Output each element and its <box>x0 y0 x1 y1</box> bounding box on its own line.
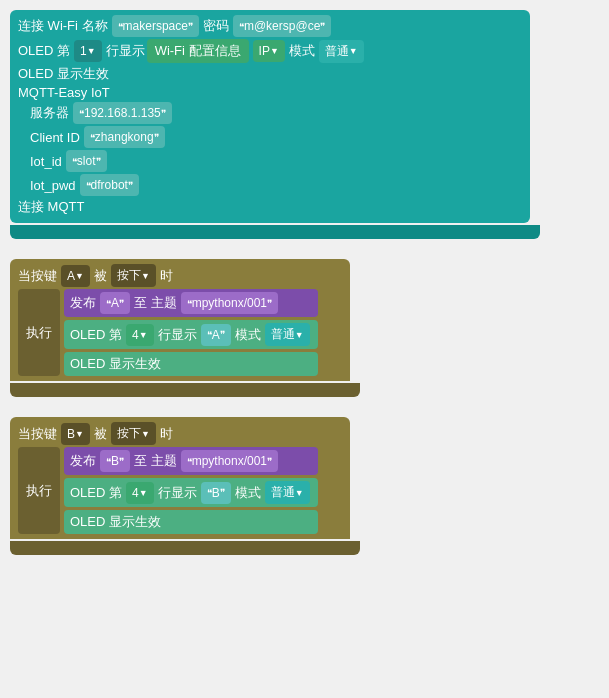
mode-val-a[interactable]: 普通 <box>265 323 310 346</box>
oled-label-b: OLED 第 <box>70 484 122 502</box>
topic-a: mpythonx/001 <box>181 292 278 314</box>
mode-dropdown[interactable]: 普通 <box>319 40 364 63</box>
event-b-header-row: 当按键 B 被 按下 时 <box>18 422 342 445</box>
iot-pwd-val: dfrobot <box>80 174 139 196</box>
action-a-dropdown[interactable]: 按下 <box>111 264 156 287</box>
key-b-dropdown[interactable]: B <box>61 423 90 445</box>
action-b-dropdown[interactable]: 按下 <box>111 422 156 445</box>
exec-label-b: 执行 <box>18 447 60 534</box>
wifi-row: 连接 Wi-Fi 名称 makerspace 密码 m@kersp@ce <box>18 15 522 37</box>
oled-row-b: OLED 第 4 行显示 B 模式 普通 <box>64 478 318 507</box>
oled-label: OLED 第 <box>18 42 70 60</box>
connect-mqtt-row: 连接 MQTT <box>18 198 522 216</box>
mode-label-b: 模式 <box>235 484 261 502</box>
event-a-bottom-cap <box>10 383 360 397</box>
iot-pwd-row: Iot_pwd dfrobot <box>18 174 522 196</box>
ssid-value: makerspace <box>112 15 199 37</box>
oled-effect-label: OLED 显示生效 <box>18 65 109 83</box>
oled-display-label: 行显示 <box>106 42 145 60</box>
publish-val-a: A <box>100 292 130 314</box>
oled-row-num-a[interactable]: 4 <box>126 324 154 346</box>
oled-effect-a: OLED 显示生效 <box>64 352 318 376</box>
oled-row: OLED 第 1 行显示 Wi-Fi 配置信息 IP 模式 普通 <box>18 39 522 63</box>
iot-id-label: Iot_id <box>30 154 62 169</box>
ip-dropdown[interactable]: IP <box>253 40 285 62</box>
publish-row-b: 发布 B 至 主题 mpythonx/001 <box>64 447 318 475</box>
exec-label-a: 执行 <box>18 289 60 376</box>
exec-a-row: 执行 发布 A 至 主题 mpythonx/001 OLED 第 4 行显示 A… <box>18 289 342 376</box>
topic-b: mpythonx/001 <box>181 450 278 472</box>
wifi-info-btn: Wi-Fi 配置信息 <box>147 39 249 63</box>
publish-label-a: 发布 <box>70 294 96 312</box>
row-display-a: 行显示 <box>158 326 197 344</box>
event-b-bottom-cap <box>10 541 360 555</box>
oled-effect-label-b: OLED 显示生效 <box>70 514 161 529</box>
pwd-label: 密码 <box>203 17 229 35</box>
server-val: 192.168.1.135 <box>73 102 172 124</box>
mqtt-header-row: MQTT-Easy IoT <box>18 85 522 100</box>
group1-bottom-cap <box>10 225 540 239</box>
clientid-val: zhangkong <box>84 126 165 148</box>
oled-row-dropdown[interactable]: 1 <box>74 40 102 62</box>
pressed-label-a: 被 <box>94 267 107 285</box>
pwd-value: m@kersp@ce <box>233 15 331 37</box>
to-label-a: 至 主题 <box>134 294 177 312</box>
oled-effect-row: OLED 显示生效 <box>18 65 522 83</box>
publish-label-b: 发布 <box>70 452 96 470</box>
wifi-label: 连接 Wi-Fi 名称 <box>18 17 108 35</box>
oled-val-b: B <box>201 482 231 504</box>
iot-pwd-label: Iot_pwd <box>30 178 76 193</box>
exec-b-row: 执行 发布 B 至 主题 mpythonx/001 OLED 第 4 行显示 B… <box>18 447 342 534</box>
connect-mqtt-label: 连接 MQTT <box>18 198 84 216</box>
mqtt-header-label: MQTT-Easy IoT <box>18 85 110 100</box>
iot-id-val: slot <box>66 150 107 172</box>
time-label-a: 时 <box>160 267 173 285</box>
iot-id-row: Iot_id slot <box>18 150 522 172</box>
to-label-b: 至 主题 <box>134 452 177 470</box>
when-label-a: 当按键 <box>18 267 57 285</box>
oled-row-a: OLED 第 4 行显示 A 模式 普通 <box>64 320 318 349</box>
when-label-b: 当按键 <box>18 425 57 443</box>
clientid-row: Client ID zhangkong <box>18 126 522 148</box>
oled-val-a: A <box>201 324 231 346</box>
row-display-b: 行显示 <box>158 484 197 502</box>
mode-val-b[interactable]: 普通 <box>265 481 310 504</box>
event-b-block: 当按键 B 被 按下 时 执行 发布 B 至 主题 mpythonx/001 O… <box>10 417 599 555</box>
key-a-dropdown[interactable]: A <box>61 265 90 287</box>
mode-label-a: 模式 <box>235 326 261 344</box>
event-a-block: 当按键 A 被 按下 时 执行 发布 A 至 主题 mpythonx/001 O… <box>10 259 599 397</box>
server-row: 服务器 192.168.1.135 <box>18 102 522 124</box>
oled-label-a: OLED 第 <box>70 326 122 344</box>
group1-block: 连接 Wi-Fi 名称 makerspace 密码 m@kersp@ce OLE… <box>10 10 599 239</box>
exec-content-a: 发布 A 至 主题 mpythonx/001 OLED 第 4 行显示 A 模式… <box>64 289 318 376</box>
pressed-label-b: 被 <box>94 425 107 443</box>
clientid-label: Client ID <box>30 130 80 145</box>
oled-effect-b: OLED 显示生效 <box>64 510 318 534</box>
publish-row-a: 发布 A 至 主题 mpythonx/001 <box>64 289 318 317</box>
publish-val-b: B <box>100 450 130 472</box>
oled-effect-label-a: OLED 显示生效 <box>70 356 161 371</box>
mode-label: 模式 <box>289 42 315 60</box>
exec-content-b: 发布 B 至 主题 mpythonx/001 OLED 第 4 行显示 B 模式… <box>64 447 318 534</box>
event-a-header-row: 当按键 A 被 按下 时 <box>18 264 342 287</box>
server-label: 服务器 <box>30 104 69 122</box>
oled-row-num-b[interactable]: 4 <box>126 482 154 504</box>
time-label-b: 时 <box>160 425 173 443</box>
